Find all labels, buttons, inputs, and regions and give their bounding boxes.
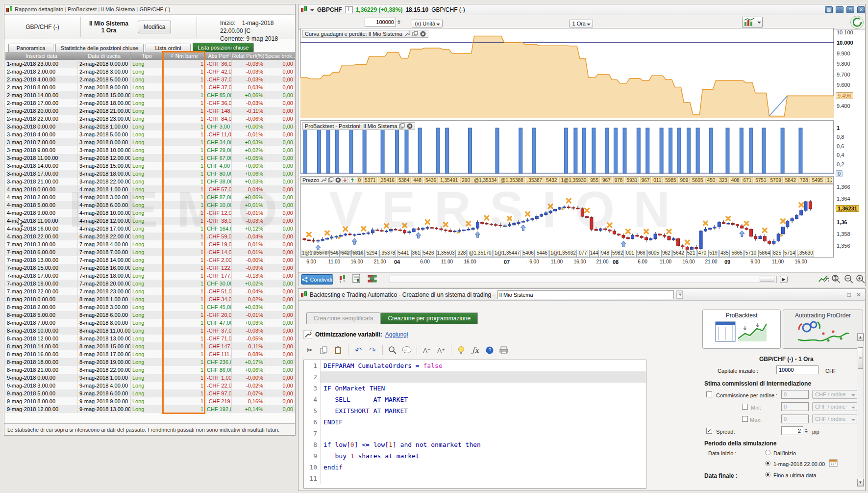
close-icon[interactable]: [335, 177, 341, 183]
code-line[interactable]: 5 EXITSHORT AT MARKET: [304, 405, 646, 416]
hint-icon[interactable]: [455, 344, 468, 357]
code-line[interactable]: 8if low[0] <= low[1] and not onmarket th…: [304, 439, 646, 450]
table-row[interactable]: 7-mag-2018 19.00.007-mag-2018 20.00.00Lo…: [5, 280, 295, 287]
code-line[interactable]: 11: [304, 473, 646, 484]
column-header[interactable]: Relat Perf(%): [232, 52, 265, 60]
chart-style-button[interactable]: [742, 17, 763, 28]
function-icon[interactable]: ƒx: [469, 344, 482, 357]
scroll-thumb[interactable]: ≡: [858, 347, 863, 369]
table-row[interactable]: 4-mag-2018 2.00.004-mag-2018 3.00.00Long…: [5, 193, 295, 201]
table-row[interactable]: 9-mag-2018 12.00.009-mag-2018 13.00.00Lo…: [5, 405, 295, 413]
code-line[interactable]: 4 SELL AT MARKET: [304, 394, 646, 405]
tab-lista-posizioni-chiuse[interactable]: Lista posizioni chiuse: [193, 43, 254, 52]
copy-icon[interactable]: [318, 344, 330, 357]
table-row[interactable]: 7-mag-2018 13.00.007-mag-2018 14.00.00Lo…: [5, 256, 295, 264]
arrow-down-icon[interactable]: [342, 177, 348, 183]
max-input[interactable]: [781, 415, 809, 423]
chart-settings-icon[interactable]: [818, 274, 829, 285]
report-tool-icon[interactable]: [351, 274, 362, 285]
scroll-down-arrow[interactable]: ▼: [857, 479, 864, 486]
max-unit-select[interactable]: CHF / ordine: [812, 415, 857, 423]
table-row[interactable]: 8-mag-2018 12.00.008-mag-2018 13.00.00Lo…: [5, 335, 295, 342]
wrench-icon[interactable]: [404, 31, 410, 37]
help-doc-icon[interactable]: ?: [676, 290, 684, 299]
scroll-right-button[interactable]: ▶: [780, 276, 788, 283]
commissione-checkbox[interactable]: [706, 391, 712, 397]
settings-scrollbar[interactable]: ▲ ≡ ▼: [857, 333, 864, 487]
cut-icon[interactable]: ✂: [303, 344, 316, 357]
close-icon[interactable]: [420, 31, 426, 37]
table-row[interactable]: 8-mag-2018 2.00.008-mag-2018 3.00.00Long…: [5, 303, 295, 311]
share-button[interactable]: Condividi: [301, 274, 333, 285]
breadcrumb-item[interactable]: Il Mio Sistema: [101, 6, 135, 12]
table-row[interactable]: 9-mag-2018 5.00.009-mag-2018 6.00.00Long…: [5, 389, 295, 397]
table-row[interactable]: 3-mag-2018 9.00.003-mag-2018 10.00.00Lon…: [5, 146, 295, 154]
aggiungi-link[interactable]: Aggiungi: [385, 331, 408, 338]
paste-icon[interactable]: [332, 344, 345, 357]
table-row[interactable]: 3-mag-2018 7.00.003-mag-2018 8.00.00Long…: [5, 138, 295, 146]
font-smaller-icon[interactable]: A⁻: [421, 344, 433, 357]
timeframe-select[interactable]: 1 Ora: [569, 20, 593, 27]
breadcrumb-item[interactable]: Rapporto dettagliato: [15, 6, 63, 12]
column-header[interactable]: Tipo: [131, 52, 163, 60]
data-finale-radio[interactable]: [765, 472, 770, 477]
tab-statistiche-delle-posizioni-chiuse[interactable]: Statistiche delle posizioni chiuse: [55, 44, 144, 52]
table-row[interactable]: 2-mag-2018 17.00.002-mag-2018 18.00.00Lo…: [5, 99, 295, 107]
quantity-input[interactable]: [365, 18, 396, 26]
minimize-button[interactable]: ─: [836, 6, 843, 13]
modifica-button[interactable]: Modifica: [138, 21, 171, 33]
column-header[interactable]: Abs Perf: [205, 52, 232, 60]
spread-spinner[interactable]: [804, 427, 809, 435]
chevron-down-icon[interactable]: [310, 9, 314, 13]
table-row[interactable]: 3-mag-2018 11.00.003-mag-2018 12.00.00Lo…: [5, 154, 295, 162]
layout-grid-button[interactable]: ▦: [825, 6, 833, 13]
table-row[interactable]: 2-mag-2018 14.00.002-mag-2018 15.00.00Lo…: [5, 91, 295, 99]
column-header[interactable]: ⇩Nm barre: [163, 52, 205, 60]
column-header[interactable]: Spese brok..: [265, 52, 295, 60]
code-editor[interactable]: 1DEFPARAM CumulateOrders = false23IF OnM…: [303, 360, 646, 489]
scrollbar-thumb[interactable]: [760, 277, 774, 282]
comment-icon[interactable]: //: [400, 344, 413, 357]
code-line[interactable]: 6ENDIF: [304, 416, 646, 428]
commissione-input[interactable]: [781, 390, 809, 399]
code-line[interactable]: 1DEFPARAM CumulateOrders = false: [304, 360, 646, 371]
table-row[interactable]: 9-mag-2018 0.00.009-mag-2018 1.00.00Long…: [5, 374, 295, 382]
info-icon[interactable]: i: [345, 6, 353, 13]
table-row[interactable]: 2-mag-2018 2.00.002-mag-2018 3.00.00Long…: [5, 68, 295, 76]
system-name-input[interactable]: [497, 290, 674, 299]
undo-icon[interactable]: ↶: [352, 344, 365, 357]
zoom-out-icon[interactable]: [843, 274, 854, 285]
probacktest-tab[interactable]: ProBacktest: [702, 310, 781, 349]
min-checkbox[interactable]: [742, 404, 748, 410]
font-larger-icon[interactable]: A⁺: [435, 344, 447, 357]
code-line[interactable]: 9 buy 1 shares at market: [304, 450, 646, 462]
tab-creazione-semplificata[interactable]: Creazione semplificata: [306, 312, 380, 324]
breadcrumb-item[interactable]: GBP/CHF (-): [139, 6, 170, 12]
code-line[interactable]: 3IF OnMarket THEN: [304, 383, 646, 394]
zoom-in-icon[interactable]: [855, 274, 866, 285]
table-row[interactable]: 4-mag-2018 16.00.004-mag-2018 17.00.00Lo…: [5, 225, 295, 233]
table-row[interactable]: 8-mag-2018 10.00.008-mag-2018 11.00.00Lo…: [5, 327, 295, 335]
scroll-up-arrow[interactable]: ▲: [857, 334, 864, 341]
refresh-button[interactable]: [850, 16, 864, 29]
close-button[interactable]: ✕: [857, 6, 865, 13]
table-row[interactable]: 8-mag-2018 18.00.008-mag-2018 19.00.00Lo…: [5, 358, 295, 366]
capitale-input[interactable]: [776, 365, 818, 374]
tab-creazione-per-programmazione[interactable]: Creazione per programmazione: [380, 312, 478, 324]
table-row[interactable]: 4-mag-2018 11.00.004-mag-2018 12.00.00Lo…: [5, 217, 295, 225]
commissione-unit-select[interactable]: CHF / ordine: [812, 390, 857, 399]
table-row[interactable]: 8-mag-2018 14.00.008-mag-2018 15.00.00Lo…: [5, 342, 295, 350]
closed-positions-table[interactable]: 1-mag-2018 23.00.002-mag-2018 0.00.00Lon…: [5, 60, 295, 413]
arrow-up-icon[interactable]: [349, 177, 355, 183]
data-inizio-radio[interactable]: [765, 461, 770, 466]
panel-maximize-button[interactable]: □: [847, 291, 851, 298]
window-icon[interactable]: [412, 31, 418, 37]
bricks-tool-icon[interactable]: [367, 274, 378, 285]
search-icon[interactable]: [386, 344, 399, 357]
spread-checkbox[interactable]: ✓: [706, 428, 712, 434]
table-row[interactable]: 4-mag-2018 9.00.004-mag-2018 10.00.00Lon…: [5, 209, 295, 217]
table-row[interactable]: 3-mag-2018 14.00.003-mag-2018 15.00.00Lo…: [5, 162, 295, 170]
calendar-icon[interactable]: [829, 459, 838, 467]
table-row[interactable]: 8-mag-2018 5.00.008-mag-2018 6.00.00Long…: [5, 311, 295, 319]
dall-inizio-radio[interactable]: [765, 450, 770, 455]
